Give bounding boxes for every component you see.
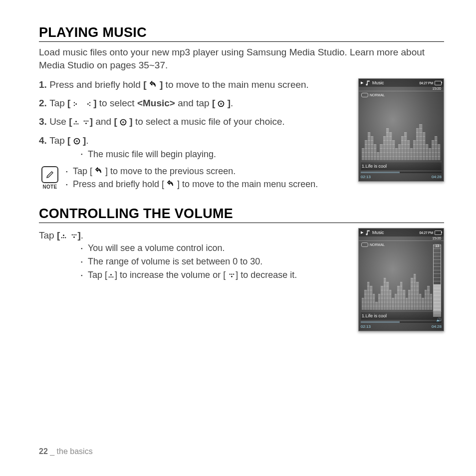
svg-point-4 xyxy=(89,102,90,103)
svg-point-23 xyxy=(63,235,64,237)
heading-controlling-volume: CONTROLLING THE VOLUME xyxy=(39,206,444,223)
svg-point-14 xyxy=(87,121,88,122)
repeat-icon xyxy=(361,93,368,97)
svg-point-25 xyxy=(73,235,74,236)
back-icon xyxy=(95,167,103,175)
svg-point-19 xyxy=(75,140,77,142)
svg-point-20 xyxy=(61,238,62,238)
svg-point-29 xyxy=(110,277,111,278)
equalizer xyxy=(362,262,433,310)
svg-point-22 xyxy=(65,238,66,238)
svg-point-17 xyxy=(122,121,124,123)
page-footer: 22 _ the basics xyxy=(39,447,93,456)
back-icon xyxy=(167,180,175,188)
svg-point-21 xyxy=(63,238,64,238)
intro-text: Load music files onto your new mp3 playe… xyxy=(39,46,444,71)
vol-bullet-3: Tap [] to increase the volume or [ ] to … xyxy=(81,270,351,280)
time-total: 04:28 xyxy=(432,175,442,179)
device-screenshot-playing: ▶ Music 04:27 PM 15/20 NORMAL 1.Life is … xyxy=(358,78,444,182)
tap-instruction: Tap [ ]. xyxy=(39,230,351,241)
svg-point-11 xyxy=(75,121,77,123)
left-icon xyxy=(73,101,81,107)
svg-point-24 xyxy=(71,235,72,236)
up-icon xyxy=(72,119,80,126)
svg-point-27 xyxy=(73,237,75,238)
select-icon xyxy=(73,138,80,145)
svg-point-13 xyxy=(85,121,86,122)
right-icon xyxy=(83,101,91,107)
svg-point-2 xyxy=(73,105,74,106)
repeat-icon xyxy=(361,242,368,247)
svg-point-3 xyxy=(87,104,89,105)
svg-point-8 xyxy=(73,124,74,125)
device-screenshot-volume: ▶ Music 04:27 PM 15/20 NORMAL 13 🔊 1.Lif… xyxy=(358,228,444,331)
svg-point-12 xyxy=(83,121,84,122)
song-title: 1.Life is cool xyxy=(361,162,442,170)
time-elapsed: 02:13 xyxy=(361,175,371,179)
equalizer xyxy=(362,113,441,160)
svg-point-0 xyxy=(75,104,77,105)
music-note-icon xyxy=(365,80,371,86)
battery-icon xyxy=(435,231,442,235)
svg-point-34 xyxy=(233,274,234,275)
svg-point-1 xyxy=(73,102,74,103)
svg-point-15 xyxy=(85,123,87,124)
note-icon: NOTE xyxy=(39,166,61,192)
svg-point-9 xyxy=(75,124,76,125)
track-counter: 15/20 xyxy=(359,237,444,241)
svg-point-33 xyxy=(232,274,233,275)
down-icon xyxy=(70,233,78,239)
note-2: Press and briefly hold [ ] to move to th… xyxy=(66,179,351,190)
select-icon xyxy=(218,100,225,107)
heading-playing-music: PLAYING MUSIC xyxy=(39,25,444,42)
time-total: 04:28 xyxy=(432,324,442,329)
music-note-icon xyxy=(365,230,371,236)
progress-bar xyxy=(361,321,442,323)
select-icon xyxy=(120,119,127,126)
svg-point-5 xyxy=(89,105,90,106)
svg-point-35 xyxy=(231,276,233,277)
progress-bar xyxy=(361,172,442,173)
svg-point-28 xyxy=(109,277,110,278)
note-1: Tap [ ] to move to the previous screen. xyxy=(66,166,351,177)
battery-icon xyxy=(435,81,442,85)
song-title: 1.Life is cool xyxy=(361,311,442,320)
svg-point-26 xyxy=(75,235,76,236)
vol-bullet-2: The range of volume is set between 0 to … xyxy=(81,256,351,267)
svg-point-7 xyxy=(220,103,222,105)
time-elapsed: 02:13 xyxy=(361,324,371,329)
down-icon xyxy=(82,119,90,126)
up-icon xyxy=(107,272,115,279)
svg-point-10 xyxy=(77,124,78,125)
svg-point-31 xyxy=(110,274,112,276)
step-1: 1. Press and briefly hold [ ] to move to… xyxy=(39,78,351,91)
step-4: 4. Tap [ ]. The music file will begin pl… xyxy=(39,134,351,161)
svg-point-32 xyxy=(230,274,231,275)
svg-point-30 xyxy=(112,277,113,278)
down-icon xyxy=(228,272,236,279)
vol-bullet-1: You will see a volume control icon. xyxy=(81,243,351,253)
track-counter: 15/20 xyxy=(359,87,444,91)
up-icon xyxy=(60,233,67,239)
step-2: 2. Tap [ ] to select <Music> and tap [ ]… xyxy=(39,97,351,109)
volume-bar: 13 🔊 xyxy=(433,244,441,317)
back-icon xyxy=(149,81,157,89)
step-4-sub: The music file will begin playing. xyxy=(92,149,351,161)
step-3: 3. Use [ ] and [ ] to select a music fil… xyxy=(39,115,351,128)
